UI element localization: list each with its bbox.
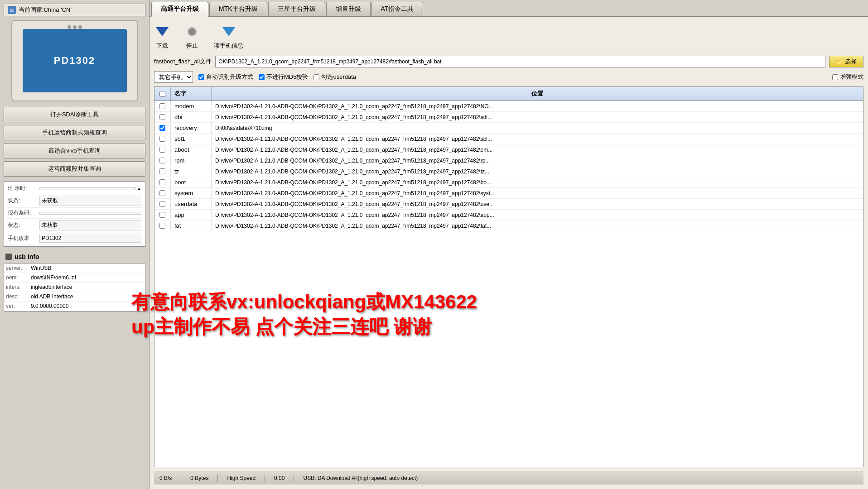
info-value-barcode xyxy=(39,212,141,215)
select-userdata-input[interactable] xyxy=(313,74,319,80)
vivo-query-button[interactable]: 最适合vivo手机查询 xyxy=(4,143,145,158)
info-row-status2: 状态: 未获取 xyxy=(6,219,143,232)
options-row: 其它手机vivo手机三星手机 自动识别升级方式 不进行MD5校验 勾选userd… xyxy=(154,71,863,83)
tab-mtk[interactable]: MTK平台升级 xyxy=(209,2,267,16)
file-table: 名字 位置 modemD:\vivo\PD1302-A-1.21.0-ADB-Q… xyxy=(154,86,863,467)
row-check-cell xyxy=(154,112,171,122)
info-label-status2: 状态: xyxy=(8,221,39,229)
filepath-row: fastboot_flash_all文件 📁 选择 xyxy=(154,56,863,67)
download-label: 下载 xyxy=(156,42,168,50)
row-path-cell: D:\vivo\PD1302-A-1.21.0-ADB-QCOM-OK\PD13… xyxy=(212,101,863,111)
status-connection: High Speed xyxy=(227,475,256,481)
carrier-query-button[interactable]: 手机运营商制式频段查询 xyxy=(4,125,145,140)
row-checkbox-1[interactable] xyxy=(159,114,165,120)
auto-recognize-checkbox[interactable]: 自动识别升级方式 xyxy=(198,73,253,81)
select-all-checkbox[interactable] xyxy=(159,91,165,97)
scroll-down-arrow[interactable]: ▼ xyxy=(139,303,143,309)
stop-button[interactable]: 停止 xyxy=(184,24,200,50)
usb-key-inters: inters: xyxy=(6,284,31,290)
row-checkbox-5[interactable] xyxy=(159,158,165,163)
auto-recognize-label: 自动识别升级方式 xyxy=(206,73,253,81)
read-info-label: 读手机信息 xyxy=(214,42,243,50)
folder-icon: 📁 xyxy=(836,58,843,65)
usb-key-ver: ver: xyxy=(6,303,31,309)
row-name-cell: aboot xyxy=(171,144,212,155)
filepath-input[interactable] xyxy=(215,56,825,67)
phone-screen: PD1302 xyxy=(23,29,127,92)
table-row: sbl1D:\vivo\PD1302-A-1.21.0-ADB-QCOM-OK\… xyxy=(154,134,863,144)
table-row: rpmD:\vivo\PD1302-A-1.21.0-ADB-QCOM-OK\P… xyxy=(154,155,863,166)
usb-info-table: server: WinUSB oem: dows\INF\oem6.inf in… xyxy=(4,263,145,312)
read-info-arrow-icon xyxy=(221,24,237,40)
open-sdai-button[interactable]: 打开SDAi诊断工具 xyxy=(4,107,145,122)
row-path-cell: D:\vivo\PD1302-A-1.21.0-ADB-QCOM-OK\PD13… xyxy=(212,210,863,220)
scroll-up-arrow[interactable]: ▲ xyxy=(137,186,141,191)
tab-incremental[interactable]: 增量升级 xyxy=(326,2,371,16)
row-checkbox-7[interactable] xyxy=(159,179,165,185)
row-check-cell xyxy=(154,134,171,144)
row-checkbox-3[interactable] xyxy=(159,136,165,142)
row-checkbox-8[interactable] xyxy=(159,190,165,196)
row-checkbox-0[interactable] xyxy=(159,103,165,109)
row-checkbox-6[interactable] xyxy=(159,168,165,174)
select-button[interactable]: 📁 选择 xyxy=(829,56,863,67)
row-name-cell: dbi xyxy=(171,112,212,122)
th-name: 名字 xyxy=(171,87,212,101)
tab-at-command[interactable]: AT指令工具 xyxy=(371,2,424,16)
usb-info-header: usb Info xyxy=(4,250,145,263)
row-name-cell: tz xyxy=(171,166,212,177)
info-row-barcode: 现有条码: xyxy=(6,208,143,219)
row-checkbox-9[interactable] xyxy=(159,201,165,207)
row-checkbox-11[interactable] xyxy=(159,223,165,229)
auto-recognize-input[interactable] xyxy=(198,74,204,80)
usb-val-inters: ingleadbinterface xyxy=(31,284,143,290)
row-name-cell: sbl1 xyxy=(171,134,212,144)
usb-info-title: usb Info xyxy=(14,253,39,260)
row-checkbox-4[interactable] xyxy=(159,147,165,153)
no-md5-label: 不进行MD5校验 xyxy=(266,73,308,81)
enhanced-mode-input[interactable] xyxy=(832,74,838,80)
row-check-cell xyxy=(154,167,171,176)
row-name-cell: modem xyxy=(171,101,212,111)
no-md5-input[interactable] xyxy=(259,74,265,80)
carrier-merge-button[interactable]: 运营商频段并集查询 xyxy=(4,161,145,177)
row-checkbox-10[interactable] xyxy=(159,212,165,218)
row-checkbox-2[interactable] xyxy=(159,125,165,131)
select-userdata-label: 勾选userdata xyxy=(321,73,356,81)
no-md5-checkbox[interactable]: 不进行MD5校验 xyxy=(259,73,308,81)
select-userdata-checkbox[interactable]: 勾选userdata xyxy=(313,73,356,81)
status-speed: 0 B/s xyxy=(159,475,172,481)
row-name-cell: system xyxy=(171,188,212,198)
row-name-cell: boot xyxy=(171,177,212,187)
row-check-cell xyxy=(154,101,171,111)
tab-qualcomm[interactable]: 高通平台升级 xyxy=(151,2,208,17)
right-panel: 高通平台升级 MTK平台升级 三星平台升级 增量升级 AT指令工具 下载 xyxy=(149,0,868,489)
table-row: bootD:\vivo\PD1302-A-1.21.0-ADB-QCOM-OK\… xyxy=(154,177,863,188)
table-row: systemD:\vivo\PD1302-A-1.21.0-ADB-QCOM-O… xyxy=(154,188,863,199)
row-check-cell xyxy=(154,145,171,154)
usb-row-oem: oem: dows\INF\oem6.inf xyxy=(4,273,145,283)
usb-val-ver: 9.0.0000.00000 xyxy=(31,303,139,309)
content-area: 下载 停止 读手机信息 fastboot_flash_all文件 xyxy=(149,17,868,489)
phone-type-select[interactable]: 其它手机vivo手机三星手机 xyxy=(154,71,193,83)
row-path-cell: D:\vivo\PD1302-A-1.21.0-ADB-QCOM-OK\PD13… xyxy=(212,188,863,198)
table-row: userdataD:\vivo\PD1302-A-1.21.0-ADB-QCOM… xyxy=(154,199,863,210)
row-name-cell: app xyxy=(171,210,212,220)
select-label: 选择 xyxy=(845,58,857,66)
row-name-cell: rpm xyxy=(171,155,212,166)
info-value-version: PD1302 xyxy=(39,234,141,243)
info-row-version: 手机版本 PD1302 xyxy=(6,232,143,244)
enhanced-mode-checkbox[interactable]: 增强模式 xyxy=(832,73,863,81)
usb-info-section: usb Info server: WinUSB oem: dows\INF\oe… xyxy=(4,250,145,312)
info-section: 出 示时: ▲ 状态: 未获取 现有条码: 状态: 未获取 手机版本 PD130… xyxy=(4,181,145,247)
table-row: modemD:\vivo\PD1302-A-1.21.0-ADB-QCOM-OK… xyxy=(154,101,863,112)
read-info-button[interactable]: 读手机信息 xyxy=(214,24,243,50)
tab-samsung[interactable]: 三星平台升级 xyxy=(268,2,325,16)
usb-icon xyxy=(5,254,12,260)
row-path-cell: D:\vivo\PD1302-A-1.21.0-ADB-QCOM-OK\PD13… xyxy=(212,112,863,122)
download-button[interactable]: 下载 xyxy=(154,24,170,50)
row-name-cell: recovery xyxy=(171,123,212,133)
row-name-cell: fat xyxy=(171,221,212,231)
status-size: 0 Bytes xyxy=(190,475,208,481)
stop-icon xyxy=(184,24,200,40)
